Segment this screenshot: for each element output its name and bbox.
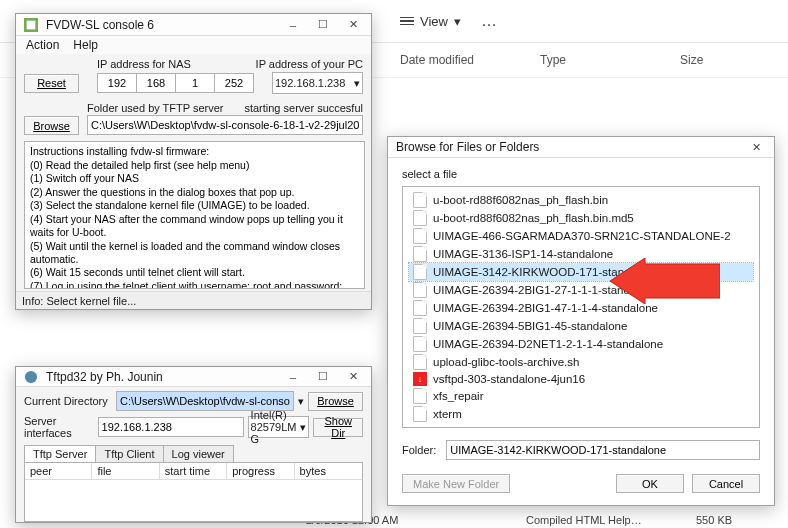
file-name: UIMAGE-466-SGARMADA370-SRN21C-STANDALONE… bbox=[433, 230, 731, 242]
curdir-label: Current Directory bbox=[24, 395, 112, 407]
window-title: FVDW-SL console 6 bbox=[46, 18, 154, 32]
file-item[interactable]: UIMAGE-26394-D2NET1-2-1-1-4-standalone bbox=[409, 335, 753, 353]
chevron-down-icon: ▾ bbox=[454, 14, 461, 29]
column-type[interactable]: Type bbox=[540, 53, 680, 67]
file-name: u-boot-rd88f6082nas_ph_flash.bin bbox=[433, 194, 608, 206]
file-item[interactable]: u-boot-rd88f6082nas_ph_flash.bin bbox=[409, 191, 753, 209]
browse-button[interactable]: Browse bbox=[24, 116, 79, 135]
tftp-folder-label: Folder used by TFTP server bbox=[87, 102, 224, 114]
file-name: xfs_repair bbox=[433, 390, 484, 402]
hamburger-icon bbox=[400, 17, 414, 26]
document-icon bbox=[413, 336, 427, 352]
col-bytes[interactable]: bytes bbox=[295, 463, 362, 479]
app-icon bbox=[24, 370, 38, 384]
file-name: vsftpd-303-standalone-4jun16 bbox=[433, 373, 585, 385]
tab-tftp-client[interactable]: Tftp Client bbox=[95, 445, 163, 462]
file-item[interactable]: ↓vsftpd-303-standalone-4jun16 bbox=[409, 371, 753, 387]
close-button[interactable]: ✕ bbox=[742, 138, 770, 156]
document-icon bbox=[413, 406, 427, 422]
dialog-prompt: select a file bbox=[402, 168, 760, 180]
status-text: Select kernel file... bbox=[46, 295, 136, 307]
chevron-down-icon: ▾ bbox=[354, 77, 360, 90]
document-icon bbox=[413, 318, 427, 334]
folder-input[interactable] bbox=[446, 440, 760, 460]
document-icon bbox=[413, 246, 427, 262]
col-peer[interactable]: peer bbox=[25, 463, 92, 479]
ip-nas-input[interactable] bbox=[97, 73, 254, 93]
status-prefix: Info: bbox=[22, 295, 43, 307]
document-icon bbox=[413, 192, 427, 208]
file-name: UIMAGE-26394-2BIG1-27-1-1-1-standalone bbox=[433, 284, 658, 296]
view-button[interactable]: View ▾ bbox=[400, 14, 461, 29]
browse-button[interactable]: Browse bbox=[308, 392, 363, 411]
svg-rect-1 bbox=[27, 20, 36, 29]
maximize-button[interactable]: ☐ bbox=[309, 368, 337, 386]
fvdw-console-window: FVDW-SL console 6 – ☐ ✕ Action Help IP a… bbox=[15, 13, 372, 310]
reset-button[interactable]: Reset bbox=[24, 74, 79, 93]
file-size: 550 KB bbox=[696, 514, 776, 526]
iface-ip-input[interactable] bbox=[98, 417, 244, 437]
column-date[interactable]: Date modified bbox=[400, 53, 540, 67]
close-button[interactable]: ✕ bbox=[339, 368, 367, 386]
more-button[interactable]: … bbox=[481, 12, 499, 30]
file-item[interactable]: UIMAGE-26394-2BIG1-47-1-1-4-standalone bbox=[409, 299, 753, 317]
file-item[interactable]: upload-glibc-tools-archive.sh bbox=[409, 353, 753, 371]
document-icon bbox=[413, 282, 427, 298]
file-name: UIMAGE-26394-D2NET1-2-1-1-4-standalone bbox=[433, 338, 663, 350]
file-name: UIMAGE-26394-2BIG1-47-1-1-4-standalone bbox=[433, 302, 658, 314]
document-icon bbox=[413, 264, 427, 280]
file-item[interactable]: xfs_repair bbox=[409, 387, 753, 405]
minimize-button[interactable]: – bbox=[279, 368, 307, 386]
col-progress[interactable]: progress bbox=[227, 463, 294, 479]
app-icon bbox=[24, 18, 38, 32]
dialog-title: Browse for Files or Folders bbox=[396, 140, 539, 154]
file-item[interactable]: UIMAGE-466-SGARMADA370-SRN21C-STANDALONE… bbox=[409, 227, 753, 245]
instructions-log[interactable] bbox=[24, 141, 365, 289]
file-name: upload-glibc-tools-archive.sh bbox=[433, 356, 579, 368]
make-new-folder-button[interactable]: Make New Folder bbox=[402, 474, 510, 493]
maximize-button[interactable]: ☐ bbox=[309, 16, 337, 34]
file-name: xterm bbox=[433, 408, 462, 420]
tab-tftp-server[interactable]: Tftp Server bbox=[24, 445, 96, 462]
curdir-input[interactable] bbox=[116, 391, 294, 411]
file-name: UIMAGE-26394-5BIG1-45-standalone bbox=[433, 320, 627, 332]
col-starttime[interactable]: start time bbox=[160, 463, 227, 479]
close-button[interactable]: ✕ bbox=[339, 16, 367, 34]
iface-label: Server interfaces bbox=[24, 415, 94, 439]
document-icon bbox=[413, 354, 427, 370]
file-item[interactable]: xterm bbox=[409, 405, 753, 423]
column-size[interactable]: Size bbox=[680, 53, 780, 67]
file-item[interactable]: u-boot-rd88f6082nas_ph_flash.bin.md5 bbox=[409, 209, 753, 227]
chevron-down-icon: ▾ bbox=[298, 395, 304, 408]
document-icon bbox=[413, 388, 427, 404]
iface-nic-select[interactable]: Intel(R) 82579LM G ▾ bbox=[248, 416, 310, 438]
document-icon bbox=[413, 228, 427, 244]
chevron-down-icon: ▾ bbox=[300, 421, 306, 434]
cancel-button[interactable]: Cancel bbox=[692, 474, 760, 493]
menu-action[interactable]: Action bbox=[26, 38, 59, 52]
file-item[interactable]: UIMAGE-3142-KIRKWOOD-171-standalone bbox=[409, 263, 753, 281]
showdir-button[interactable]: Show Dir bbox=[313, 418, 363, 437]
col-file[interactable]: file bbox=[92, 463, 159, 479]
ip-pc-select[interactable]: 192.168.1.238 ▾ bbox=[272, 72, 363, 94]
tftp-folder-input[interactable] bbox=[87, 115, 363, 135]
executable-icon: ↓ bbox=[413, 372, 427, 386]
start-status-label: starting server succesful bbox=[244, 102, 363, 114]
file-name: UIMAGE-3136-ISP1-14-standalone bbox=[433, 248, 613, 260]
file-name: u-boot-rd88f6082nas_ph_flash.bin.md5 bbox=[433, 212, 634, 224]
view-label: View bbox=[420, 14, 448, 29]
file-item[interactable]: UIMAGE-3136-ISP1-14-standalone bbox=[409, 245, 753, 263]
ip-pc-label: IP address of your PC bbox=[256, 58, 363, 70]
file-list[interactable]: u-boot-rd88f6082nas_ph_flash.binu-boot-r… bbox=[402, 186, 760, 428]
menu-help[interactable]: Help bbox=[73, 38, 98, 52]
file-item[interactable]: UIMAGE-26394-5BIG1-45-standalone bbox=[409, 317, 753, 335]
minimize-button[interactable]: – bbox=[279, 16, 307, 34]
folder-label: Folder: bbox=[402, 444, 436, 456]
ok-button[interactable]: OK bbox=[616, 474, 684, 493]
tab-log-viewer[interactable]: Log viewer bbox=[163, 445, 234, 462]
tftpd32-window: Tftpd32 by Ph. Jounin – ☐ ✕ Current Dire… bbox=[15, 366, 372, 523]
file-item[interactable]: UIMAGE-26394-2BIG1-27-1-1-1-standalone bbox=[409, 281, 753, 299]
browse-dialog: Browse for Files or Folders ✕ select a f… bbox=[387, 136, 775, 506]
window-title: Tftpd32 by Ph. Jounin bbox=[46, 370, 163, 384]
ip-nas-label: IP address for NAS bbox=[97, 58, 191, 70]
